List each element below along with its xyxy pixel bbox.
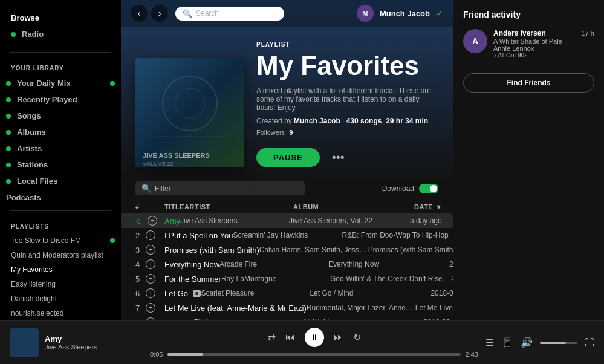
danish-delight-label: Danish delight <box>11 294 57 303</box>
svg-rect-3 <box>135 58 244 167</box>
track-album: God Willin' & The Creek Don't Rise <box>330 275 451 283</box>
repeat-button[interactable]: ↻ <box>353 331 361 343</box>
playlist-title: My Favorites <box>256 53 438 79</box>
track-artist: Calvin Harris, Sam Smith, Jessie Reyez <box>259 245 368 254</box>
table-row[interactable]: 7 + Let Me Live (feat. Anne-Marie & Mr E… <box>121 301 453 315</box>
sidebar-item-nourish[interactable]: nourish.selected <box>0 306 121 320</box>
total-time: 2:43 <box>466 351 478 358</box>
table-row[interactable]: 8 + All Night Elisha All Night 2018-06-1… <box>121 315 453 320</box>
play-pause-button[interactable]: ⏸ <box>305 328 324 347</box>
sidebar-item-browse[interactable]: Browse <box>5 10 116 26</box>
devices-button[interactable]: 📱 <box>501 337 513 348</box>
sidebar-item-podcasts[interactable]: Podcasts <box>0 189 121 206</box>
table-row[interactable]: 5 + For the Summer Ray LaMontagne God Wi… <box>121 271 453 286</box>
add-track-button[interactable]: + <box>148 216 157 226</box>
sidebar-item-recently-played[interactable]: Recently Played <box>0 91 121 108</box>
volume-bar[interactable] <box>540 342 577 344</box>
track-title: Amy <box>164 216 180 226</box>
shuffle-button[interactable]: ⇄ <box>268 331 276 343</box>
table-row[interactable]: 4 + Everything Now Arcade Fire Everythin… <box>121 257 453 271</box>
progress-fill <box>167 353 203 356</box>
daily-mix-label: Your Daily Mix <box>17 79 71 88</box>
track-num-label: 2 <box>135 231 140 240</box>
friend-name: Anders Iversen <box>493 29 546 37</box>
table-row[interactable]: 6 + Let Go E Scarlet Pleasure Let Go / M… <box>121 286 453 301</box>
filter-input[interactable] <box>155 184 299 193</box>
sidebar-item-songs[interactable]: Songs <box>0 108 121 124</box>
podcasts-label: Podcasts <box>6 193 41 202</box>
daily-mix-dot <box>6 81 11 86</box>
followers-count: 9 <box>289 129 293 136</box>
artists-label: Artists <box>17 144 42 153</box>
playlists-title: Playlists <box>0 216 121 233</box>
filter-area: 🔍 <box>135 181 305 195</box>
player-controls: ⇄ ⏮ ⏸ ⏭ ↻ <box>268 328 361 347</box>
sidebar-item-stations[interactable]: Stations <box>0 157 121 173</box>
progress-bar-container: 0:05 2:43 <box>150 351 478 358</box>
pause-button[interactable]: Pause <box>256 148 320 167</box>
sidebar-item-albums[interactable]: Albums <box>0 124 121 140</box>
col-title: Title <box>164 203 184 210</box>
add-track-button[interactable]: + <box>146 288 155 298</box>
track-title-col: Let Go E <box>164 289 201 298</box>
search-icon: 🔍 <box>183 9 192 18</box>
sidebar-item-my-favorites[interactable]: My Favorites <box>0 262 121 277</box>
sidebar-item-easy-listening[interactable]: Easy listening <box>0 277 121 291</box>
table-row[interactable]: ♫ + Amy Jive Ass Sleepers Jive Ass Sleep… <box>121 213 453 228</box>
back-button[interactable]: ‹ <box>131 5 148 22</box>
download-toggle[interactable] <box>419 184 438 193</box>
track-number: 6 + <box>135 288 164 298</box>
table-row[interactable]: 3 + Promises (with Sam Smith) Calvin Har… <box>121 242 453 257</box>
player-center: ⇄ ⏮ ⏸ ⏭ ↻ 0:05 2:43 <box>150 328 478 358</box>
explicit-badge: E <box>193 290 201 297</box>
sidebar-item-local-files[interactable]: Local Files <box>0 173 121 189</box>
my-favorites-label: My Favorites <box>11 265 53 274</box>
volume-button[interactable]: 🔊 <box>521 337 533 348</box>
track-number: ♫ + <box>135 216 164 226</box>
songs-dot <box>6 114 11 119</box>
track-num-label: ♫ <box>135 216 141 226</box>
add-track-button[interactable]: + <box>146 230 155 240</box>
track-title-col: Let Me Live (feat. Anne-Marie & Mr Eazi) <box>164 304 307 313</box>
skip-forward-button[interactable]: ⏭ <box>334 332 343 343</box>
too-slow-label: Too Slow to Disco FM <box>11 236 81 245</box>
sidebar-item-quin[interactable]: Quin and Moderators playlist <box>0 248 121 262</box>
recently-played-dot <box>6 97 11 102</box>
track-title: I Put a Spell on You <box>164 231 233 240</box>
player-thumbnail <box>10 328 39 357</box>
friend-time: 17 h <box>582 30 594 37</box>
add-track-button[interactable]: + <box>146 274 155 284</box>
skip-back-button[interactable]: ⏮ <box>285 332 295 343</box>
easy-listening-label: Easy listening <box>11 280 56 288</box>
checkmark-icon: ✓ <box>436 8 443 18</box>
track-title-col: Promises (with Sam Smith) <box>164 245 259 255</box>
track-num-label: 4 <box>135 260 140 269</box>
playlist-duration: 29 hr 34 min <box>386 117 428 125</box>
more-options-button[interactable]: ••• <box>330 148 347 167</box>
forward-button[interactable]: › <box>151 5 168 22</box>
sidebar-item-daily-mix[interactable]: Your Daily Mix <box>0 75 121 91</box>
sidebar-item-too-slow[interactable]: Too Slow to Disco FM <box>0 233 121 248</box>
right-panel: Friend activity A Anders Iversen 17 h A … <box>453 0 604 320</box>
queue-button[interactable]: ☰ <box>485 337 494 348</box>
sidebar-item-artists[interactable]: Artists <box>0 140 121 157</box>
track-number: 7 + <box>135 303 164 313</box>
sidebar-item-danish-delight[interactable]: Danish delight <box>0 291 121 306</box>
quin-label: Quin and Moderators playlist <box>11 251 103 259</box>
add-track-button[interactable]: + <box>146 259 155 269</box>
sidebar-nav: Browse Radio <box>0 0 121 47</box>
find-friends-button[interactable]: Find Friends <box>463 73 594 93</box>
friend-item: A Anders Iversen 17 h A Whiter Shade of … <box>463 29 594 59</box>
search-input[interactable] <box>196 9 274 18</box>
add-track-button[interactable]: + <box>146 303 155 313</box>
table-row[interactable]: 2 + I Put a Spell on You Screamin' Jay H… <box>121 228 453 242</box>
track-number: 2 + <box>135 230 164 240</box>
cover-art: JIVE ASS SLEEPERS VOLUME 22 <box>135 58 244 167</box>
add-track-button[interactable]: + <box>146 245 155 255</box>
fullscreen-button[interactable]: ⛶ <box>585 337 594 348</box>
track-number: 5 + <box>135 274 164 284</box>
playlist-cover-inner: JIVE ASS SLEEPERS VOLUME 22 <box>135 58 244 167</box>
sidebar-item-radio[interactable]: Radio <box>5 26 116 42</box>
progress-bar[interactable] <box>167 353 460 356</box>
radio-dot <box>11 32 16 37</box>
